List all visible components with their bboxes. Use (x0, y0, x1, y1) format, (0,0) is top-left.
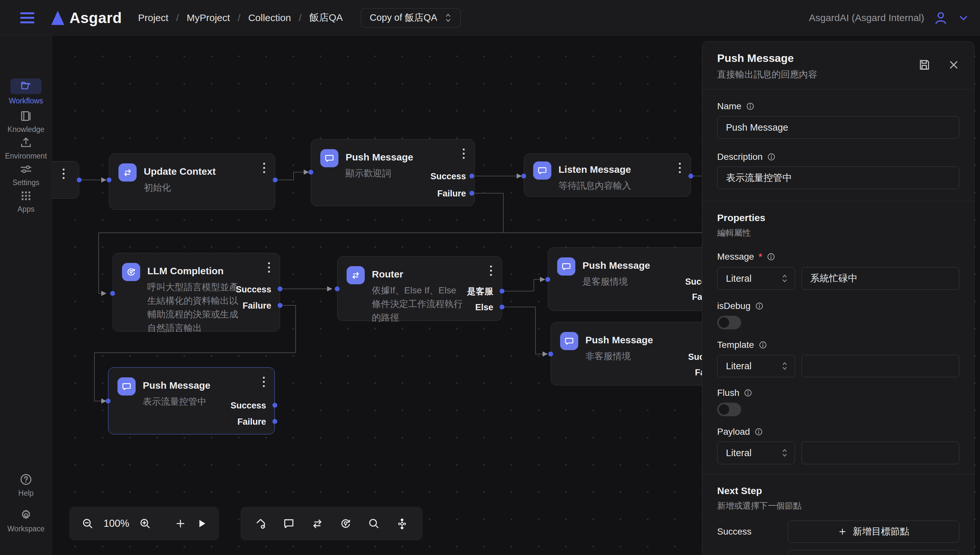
workflow-version-select[interactable]: Copy of 飯店QA (361, 8, 461, 27)
info-icon (767, 253, 775, 261)
play-icon[interactable] (196, 518, 208, 529)
connection-port-dot[interactable] (107, 178, 112, 183)
sidebar-item-apps[interactable]: Apps (0, 189, 52, 213)
connection-port-dot[interactable] (273, 403, 277, 408)
connection-port-dot[interactable] (546, 277, 550, 282)
message-type-select[interactable]: Literal (717, 267, 795, 290)
sidebar-item-workflows[interactable]: Workflows (0, 79, 52, 105)
workflow-nodes-icon[interactable] (395, 517, 409, 530)
node-menu-icon[interactable] (63, 168, 64, 179)
account-name: AsgardAI (Asgard Internal) (809, 12, 924, 23)
chat-bubble-icon[interactable] (282, 517, 295, 530)
node-push-message-throttle[interactable]: Push Message 表示流量控管中 Success Failure (108, 367, 275, 435)
properties-subheading: 編輯屬性 (717, 227, 959, 239)
connection-port-dot[interactable] (278, 303, 283, 308)
close-icon[interactable] (948, 59, 959, 71)
add-target-node-success-button[interactable]: 新增目標節點 (788, 521, 959, 543)
sidebar-item-knowledge[interactable]: Knowledge (0, 109, 52, 134)
node-subtitle: 依據If、Else If、Else條件決定工作流程執行的路徑 (372, 284, 463, 324)
search-icon[interactable] (368, 517, 380, 530)
add-target-node-failure-button[interactable]: 新增目標節點 (788, 550, 959, 555)
sidebar-item-environment[interactable]: Environment (0, 136, 52, 160)
connection-port-dot[interactable] (106, 399, 111, 404)
connection-port-dot[interactable] (521, 174, 526, 179)
zoom-level: 100% (103, 518, 129, 529)
node-offscreen-partial[interactable] (52, 161, 79, 199)
sidebar-item-help[interactable]: Help (0, 473, 52, 497)
port-success[interactable]: Success (230, 401, 266, 411)
node-update-context[interactable]: Update Context 初始化 (109, 153, 275, 210)
connection-port-dot[interactable] (110, 291, 115, 296)
sidebar-item-settings[interactable]: Settings (0, 163, 52, 187)
connection-port-dot[interactable] (77, 178, 82, 183)
node-palette-toolbar (240, 507, 423, 541)
add-start-node-icon[interactable] (254, 517, 267, 530)
port-failure[interactable]: Failure (242, 301, 271, 311)
node-menu-icon[interactable] (463, 149, 465, 159)
port-success[interactable]: Success (430, 172, 466, 181)
user-icon[interactable] (933, 10, 948, 25)
template-value-input[interactable] (801, 354, 959, 377)
connection-port-dot[interactable] (273, 178, 278, 183)
port-success[interactable]: Success (236, 285, 271, 295)
node-menu-icon[interactable] (490, 266, 492, 276)
isdebug-toggle[interactable] (717, 316, 741, 329)
connection-port-dot[interactable] (549, 352, 553, 357)
port-failure[interactable]: Failure (437, 189, 466, 199)
required-marker: * (759, 252, 762, 262)
logo-triangle-icon (51, 11, 64, 25)
connection-port-dot[interactable] (470, 191, 475, 196)
node-title: LLM Completion (147, 263, 241, 277)
port-is-customer[interactable]: 是客服 (467, 286, 493, 297)
connection-port-dot[interactable] (470, 174, 475, 179)
connection-port-dot[interactable] (500, 305, 505, 310)
panel-divider (702, 201, 974, 201)
node-menu-icon[interactable] (263, 377, 265, 387)
node-router[interactable]: Router 依據If、Else If、Else條件決定工作流程執行的路徑 是客… (337, 256, 502, 321)
node-menu-icon[interactable] (263, 163, 265, 173)
node-menu-icon[interactable] (679, 163, 681, 173)
select-updown-icon (781, 361, 788, 371)
select-updown-icon (781, 274, 788, 283)
plus-icon[interactable] (175, 518, 186, 529)
node-subtitle: 是客服情境 (583, 275, 650, 289)
payload-value-input[interactable] (801, 441, 959, 464)
name-input[interactable] (717, 116, 959, 139)
sidebar-item-workspace[interactable]: Workspace (0, 508, 52, 533)
chat-bubble-icon (320, 149, 338, 167)
llm-bulb-icon[interactable] (339, 517, 352, 530)
connection-port-dot[interactable] (309, 170, 314, 175)
sliders-icon (19, 163, 32, 176)
swap-arrows-icon[interactable] (311, 517, 324, 530)
breadcrumb-myproject[interactable]: MyProject (187, 12, 230, 23)
connection-port-dot[interactable] (278, 287, 283, 292)
select-updown-icon (781, 448, 788, 457)
node-llm-completion[interactable]: LLM Completion 呼叫大型語言模型並產生結構化的資料輸出以輔助流程的… (113, 253, 280, 332)
hamburger-icon[interactable] (20, 12, 34, 23)
message-value-input[interactable] (801, 267, 959, 290)
node-subtitle: 表示流量控管中 (143, 395, 210, 409)
book-icon (19, 109, 32, 122)
save-icon[interactable] (918, 58, 931, 71)
port-else[interactable]: Else (475, 302, 493, 313)
connection-port-dot[interactable] (500, 289, 505, 294)
node-listen-message[interactable]: Listen Message 等待訊息內容輸入 (524, 153, 691, 197)
canvas-zoom-toolbar: 100% (69, 507, 219, 541)
breadcrumb-current[interactable]: 飯店QA (309, 11, 343, 24)
template-type-select[interactable]: Literal (717, 354, 795, 377)
connection-port-dot[interactable] (335, 287, 340, 292)
swap-arrows-icon (118, 164, 137, 181)
payload-type-select[interactable]: Literal (717, 441, 795, 464)
breadcrumb-project[interactable]: Project (138, 12, 168, 23)
connection-port-dot[interactable] (273, 419, 277, 424)
description-input[interactable] (717, 167, 959, 189)
connection-port-dot[interactable] (689, 174, 694, 179)
port-failure[interactable]: Failure (237, 417, 266, 427)
breadcrumb-collection[interactable]: Collection (248, 12, 291, 23)
chevron-down-icon[interactable] (957, 12, 970, 24)
zoom-in-icon[interactable] (139, 517, 151, 530)
node-menu-icon[interactable] (268, 262, 270, 273)
node-push-message-welcome[interactable]: Push Message 顯示歡迎詞 Success Failure (311, 139, 475, 206)
zoom-out-icon[interactable] (82, 517, 94, 530)
flush-toggle[interactable] (717, 403, 741, 416)
